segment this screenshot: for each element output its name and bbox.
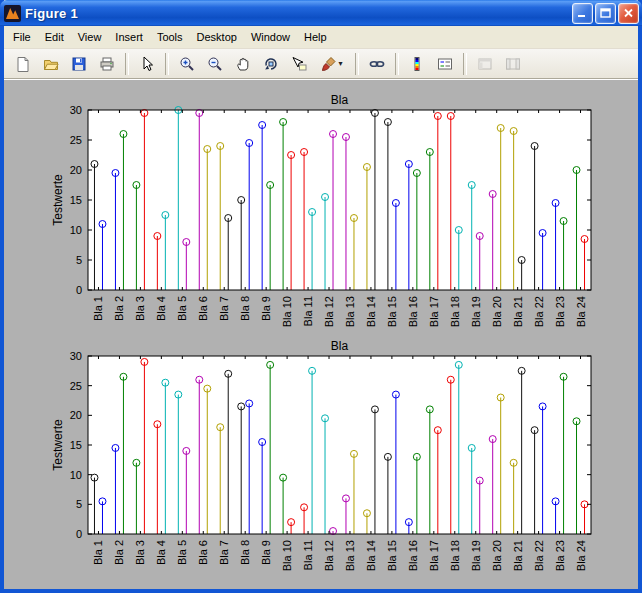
- x-tick-label: Bla 20: [491, 540, 503, 571]
- menu-view[interactable]: View: [71, 28, 109, 46]
- x-tick-label: Bla 11: [302, 540, 314, 570]
- insert-legend-button[interactable]: [432, 51, 458, 77]
- x-tick-label: Bla 23: [554, 540, 566, 571]
- x-tick-label: Bla 15: [386, 540, 398, 571]
- x-tick-label: Bla 3: [134, 540, 146, 565]
- figure-canvas: 051015202530Bla 1Bla 2Bla 3Bla 4Bla 5Bla…: [4, 79, 638, 589]
- x-tick-label: Bla 20: [491, 296, 503, 327]
- x-tick-label: Bla 9: [260, 540, 272, 565]
- y-tick-label: 15: [70, 439, 82, 451]
- plot-area[interactable]: [88, 356, 591, 534]
- x-tick-label: Bla 2: [113, 540, 125, 565]
- x-tick-label: Bla 12: [323, 540, 335, 571]
- x-tick-label: Bla 10: [281, 296, 293, 327]
- y-tick-label: 0: [76, 528, 82, 540]
- edit-plot-icon: [139, 56, 155, 72]
- chart-title: Bla: [331, 93, 349, 107]
- x-tick-label: Bla 24: [575, 296, 587, 327]
- toolbar-separator: [463, 53, 467, 75]
- x-tick-label: Bla 13: [344, 540, 356, 571]
- toolbar-separator: [165, 53, 169, 75]
- zoom-out-button[interactable]: [202, 51, 228, 77]
- link-plot-button[interactable]: [364, 51, 390, 77]
- matlab-figure-icon: [4, 5, 21, 22]
- open-file-button[interactable]: [38, 51, 64, 77]
- stem-chart-1: 051015202530Bla 1Bla 2Bla 3Bla 4Bla 5Bla…: [51, 93, 591, 327]
- hide-plot-tools-button: [472, 51, 498, 77]
- x-tick-label: Bla 22: [533, 540, 545, 571]
- maximize-button[interactable]: [595, 3, 616, 24]
- x-tick-label: Bla 3: [134, 296, 146, 321]
- x-tick-label: Bla 5: [176, 540, 188, 565]
- x-tick-label: Bla 4: [155, 296, 167, 321]
- save-figure-button[interactable]: [66, 51, 92, 77]
- menubar: FileEditViewInsertToolsDesktopWindowHelp: [4, 26, 638, 49]
- data-cursor-icon: [291, 56, 307, 72]
- rotate-3d-button[interactable]: [258, 51, 284, 77]
- menu-help[interactable]: Help: [297, 28, 334, 46]
- menu-file[interactable]: File: [6, 28, 38, 46]
- brush-icon: [321, 56, 337, 72]
- insert-legend-icon: [437, 56, 453, 72]
- x-tick-label: Bla 1: [92, 296, 104, 321]
- y-tick-label: 20: [70, 409, 82, 421]
- x-tick-label: Bla 17: [428, 296, 440, 327]
- dropdown-caret-icon[interactable]: ▾: [338, 60, 342, 68]
- edit-plot-button[interactable]: [134, 51, 160, 77]
- x-tick-label: Bla 19: [470, 540, 482, 571]
- y-tick-label: 5: [76, 254, 82, 266]
- stem-plots[interactable]: 051015202530Bla 1Bla 2Bla 3Bla 4Bla 5Bla…: [4, 80, 638, 591]
- x-tick-label: Bla 18: [449, 296, 461, 327]
- y-tick-label: 30: [70, 350, 82, 362]
- insert-colorbar-icon: [409, 56, 425, 72]
- x-tick-label: Bla 21: [512, 540, 524, 571]
- insert-colorbar-button[interactable]: [404, 51, 430, 77]
- open-file-icon: [43, 56, 59, 72]
- x-tick-label: Bla 2: [113, 296, 125, 321]
- x-tick-label: Bla 10: [281, 540, 293, 571]
- new-figure-icon: [15, 56, 31, 72]
- menu-insert[interactable]: Insert: [108, 28, 150, 46]
- stem-chart-2: 051015202530Bla 1Bla 2Bla 3Bla 4Bla 5Bla…: [51, 339, 591, 571]
- toolbar-separator: [355, 53, 359, 75]
- minimize-button[interactable]: [572, 3, 593, 24]
- zoom-in-icon: [179, 56, 195, 72]
- toolbar-separator: [125, 53, 129, 75]
- plot-area[interactable]: [88, 110, 591, 290]
- x-tick-label: Bla 6: [197, 296, 209, 321]
- zoom-in-button[interactable]: [174, 51, 200, 77]
- titlebar[interactable]: Figure 1: [0, 0, 642, 26]
- show-plot-tools-button: [500, 51, 526, 77]
- x-tick-label: Bla 8: [239, 540, 251, 565]
- x-tick-label: Bla 6: [197, 540, 209, 565]
- matlab-figure-window: Figure 1 FileEditViewInsertToolsDesktopW…: [0, 0, 642, 593]
- x-tick-label: Bla 14: [365, 296, 377, 327]
- y-tick-label: 5: [76, 498, 82, 510]
- hide-plot-tools-icon: [477, 56, 493, 72]
- pan-button[interactable]: [230, 51, 256, 77]
- minimize-icon: [577, 8, 588, 18]
- x-tick-label: Bla 5: [176, 296, 188, 321]
- x-tick-label: Bla 21: [512, 296, 524, 327]
- y-tick-label: 25: [70, 134, 82, 146]
- rotate-3d-icon: [263, 56, 279, 72]
- menu-edit[interactable]: Edit: [38, 28, 71, 46]
- print-figure-button[interactable]: [94, 51, 120, 77]
- x-tick-label: Bla 24: [575, 540, 587, 571]
- x-tick-label: Bla 16: [407, 296, 419, 327]
- data-cursor-button[interactable]: [286, 51, 312, 77]
- close-button[interactable]: [618, 3, 639, 24]
- x-tick-label: Bla 22: [533, 296, 545, 327]
- brush-button[interactable]: ▾: [314, 51, 350, 77]
- chart-title: Bla: [331, 339, 349, 353]
- x-tick-label: Bla 19: [470, 296, 482, 327]
- x-tick-label: Bla 8: [239, 296, 251, 321]
- menu-tools[interactable]: Tools: [150, 28, 190, 46]
- menu-window[interactable]: Window: [244, 28, 297, 46]
- x-tick-label: Bla 7: [218, 540, 230, 565]
- print-figure-icon: [99, 56, 115, 72]
- window-controls: [572, 3, 639, 24]
- new-figure-button[interactable]: [10, 51, 36, 77]
- y-tick-label: 30: [70, 104, 82, 116]
- menu-desktop[interactable]: Desktop: [190, 28, 244, 46]
